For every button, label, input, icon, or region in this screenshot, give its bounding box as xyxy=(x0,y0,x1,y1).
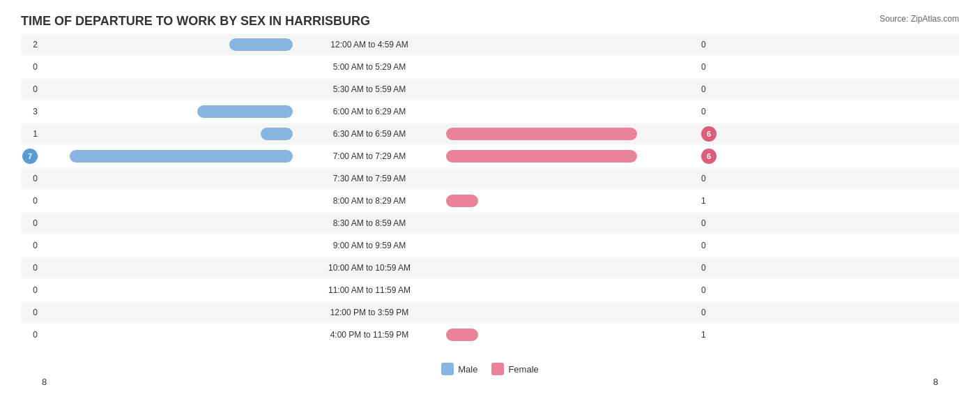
time-label: 6:30 AM to 6:59 AM xyxy=(293,129,446,139)
female-bar-container xyxy=(446,38,697,51)
table-row: 0 10:00 AM to 10:59 AM 0 xyxy=(21,257,959,278)
female-bar-container xyxy=(446,284,697,296)
bottom-right-value: 8 xyxy=(933,377,938,387)
female-value: 0 xyxy=(697,62,718,72)
female-value: 6 xyxy=(697,126,718,142)
table-row: 0 5:30 AM to 5:59 AM 0 xyxy=(21,79,959,100)
male-bar xyxy=(261,128,293,140)
male-bar-container xyxy=(42,306,293,319)
female-bar-container xyxy=(446,172,697,185)
female-label: Female xyxy=(508,364,538,375)
male-color-box xyxy=(441,363,454,375)
female-bar-container xyxy=(446,217,697,229)
time-label: 11:00 AM to 11:59 AM xyxy=(293,285,446,295)
table-row: 1 6:30 AM to 6:59 AM 6 xyxy=(21,123,959,144)
male-value: 0 xyxy=(21,174,42,183)
table-row: 0 11:00 AM to 11:59 AM 0 xyxy=(21,280,959,301)
female-value: 1 xyxy=(697,330,718,340)
legend-female: Female xyxy=(491,363,538,375)
source-text: Source: ZipAtlas.com xyxy=(880,14,959,24)
male-value: 0 xyxy=(21,241,42,250)
time-label: 5:30 AM to 5:59 AM xyxy=(293,84,446,94)
female-value: 0 xyxy=(697,241,718,250)
male-value: 0 xyxy=(21,263,42,273)
male-value: 1 xyxy=(21,129,42,139)
female-bar xyxy=(446,128,637,140)
female-bar-container xyxy=(446,105,697,118)
female-value: 0 xyxy=(697,174,718,183)
female-bar-container xyxy=(446,150,697,163)
male-value: 2 xyxy=(21,40,42,50)
male-bar-container xyxy=(42,150,293,163)
table-row: 0 12:00 PM to 3:59 PM 0 xyxy=(21,302,959,323)
male-bar-container xyxy=(42,239,293,252)
female-value: 0 xyxy=(697,84,718,94)
female-color-box xyxy=(491,363,504,375)
male-bar-container xyxy=(42,329,293,341)
male-bar-container xyxy=(42,38,293,51)
female-value: 0 xyxy=(697,40,718,50)
male-value: 0 xyxy=(21,308,42,317)
female-badge: 6 xyxy=(701,126,717,142)
female-value: 0 xyxy=(697,263,718,273)
male-bar-container xyxy=(42,217,293,229)
female-bar-container xyxy=(446,306,697,319)
bottom-labels: 8 8 xyxy=(21,377,959,387)
male-value: 7 xyxy=(21,149,42,164)
female-bar-container xyxy=(446,262,697,274)
male-value: 0 xyxy=(21,84,42,94)
male-value: 3 xyxy=(21,107,42,116)
male-bar-container xyxy=(42,83,293,96)
female-bar-container xyxy=(446,329,697,341)
table-row: 0 5:00 AM to 5:29 AM 0 xyxy=(21,56,959,77)
male-bar-container xyxy=(42,128,293,140)
table-row: 3 6:00 AM to 6:29 AM 0 xyxy=(21,101,959,122)
female-bar xyxy=(446,195,478,207)
table-row: 0 8:30 AM to 8:59 AM 0 xyxy=(21,213,959,234)
male-value: 0 xyxy=(21,196,42,206)
time-label: 5:00 AM to 5:29 AM xyxy=(293,62,446,72)
male-bar xyxy=(70,150,293,163)
time-label: 6:00 AM to 6:29 AM xyxy=(293,107,446,116)
male-badge: 7 xyxy=(22,149,38,164)
chart-container: TIME OF DEPARTURE TO WORK BY SEX IN HARR… xyxy=(0,0,980,415)
female-value: 1 xyxy=(697,196,718,206)
table-row: 0 9:00 AM to 9:59 AM 0 xyxy=(21,235,959,256)
time-label: 8:00 AM to 8:29 AM xyxy=(293,196,446,206)
legend-male: Male xyxy=(441,363,477,375)
female-bar-container xyxy=(446,128,697,140)
female-value: 0 xyxy=(697,218,718,228)
male-bar-container xyxy=(42,284,293,296)
time-label: 9:00 AM to 9:59 AM xyxy=(293,241,446,250)
female-value: 0 xyxy=(697,107,718,116)
legend: Male Female xyxy=(21,363,959,375)
time-label: 4:00 PM to 11:59 PM xyxy=(293,330,446,340)
male-bar-container xyxy=(42,105,293,118)
male-bar-container xyxy=(42,172,293,185)
male-bar xyxy=(229,38,293,51)
male-bar-container xyxy=(42,61,293,73)
time-label: 7:30 AM to 7:59 AM xyxy=(293,174,446,183)
female-badge: 6 xyxy=(701,149,717,164)
table-row: 0 8:00 AM to 8:29 AM 1 xyxy=(21,190,959,211)
time-label: 12:00 AM to 4:59 AM xyxy=(293,40,446,50)
female-bar-container xyxy=(446,195,697,207)
male-bar-container xyxy=(42,195,293,207)
bottom-left-value: 8 xyxy=(42,377,47,387)
time-label: 10:00 AM to 10:59 AM xyxy=(293,263,446,273)
female-value: 0 xyxy=(697,308,718,317)
male-value: 0 xyxy=(21,330,42,340)
male-bar xyxy=(197,105,293,118)
time-label: 7:00 AM to 7:29 AM xyxy=(293,151,446,161)
chart-title: TIME OF DEPARTURE TO WORK BY SEX IN HARR… xyxy=(21,14,959,29)
male-value: 0 xyxy=(21,218,42,228)
table-row: 2 12:00 AM to 4:59 AM 0 xyxy=(21,34,959,55)
female-bar xyxy=(446,329,478,341)
time-label: 8:30 AM to 8:59 AM xyxy=(293,218,446,228)
female-value: 0 xyxy=(697,285,718,295)
female-bar-container xyxy=(446,239,697,252)
female-bar-container xyxy=(446,61,697,73)
female-value: 6 xyxy=(697,149,718,164)
table-row: 7 7:00 AM to 7:29 AM 6 xyxy=(21,146,959,167)
chart-area: 2 12:00 AM to 4:59 AM 0 0 5:00 AM to 5:2… xyxy=(21,34,959,359)
